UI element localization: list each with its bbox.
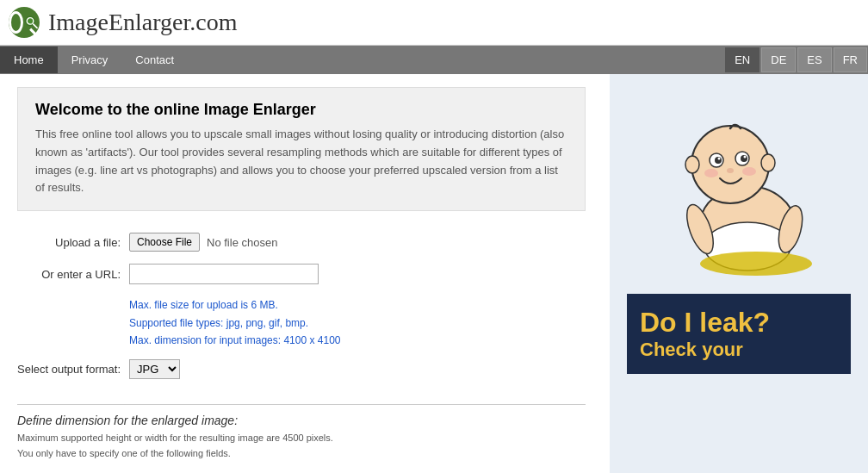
logo-icon — [9, 7, 40, 38]
svg-point-8 — [718, 158, 721, 160]
format-select[interactable]: JPG PNG BMP GIF — [129, 359, 180, 379]
welcome-box: Welcome to the online Image Enlarger Thi… — [17, 87, 586, 211]
url-label: Or enter a URL: — [17, 268, 129, 281]
content-area: Welcome to the online Image Enlarger Thi… — [0, 74, 610, 473]
svg-point-14 — [742, 167, 756, 176]
define-dimension-heading: Define dimension for the enlarged image: — [17, 414, 592, 427]
format-control: JPG PNG BMP GIF — [129, 359, 180, 379]
choose-file-button[interactable]: Choose File — [129, 233, 200, 252]
welcome-body: This free online tool allows you to upsc… — [35, 126, 567, 197]
svg-point-18 — [685, 156, 699, 173]
upload-control: Choose File No file chosen — [129, 233, 277, 252]
svg-point-12 — [727, 168, 734, 173]
upload-label: Upload a file: — [17, 236, 129, 249]
nav-contact[interactable]: Contact — [121, 47, 188, 73]
url-control — [129, 264, 319, 284]
svg-point-5 — [691, 126, 769, 203]
nav-privacy[interactable]: Privacy — [58, 47, 122, 73]
site-title: ImageEnlarger.com — [48, 9, 238, 36]
svg-point-19 — [761, 154, 775, 171]
dimension-info-line1: Maximum supported height or width for th… — [17, 431, 592, 446]
lang-en[interactable]: EN — [725, 47, 760, 72]
baby-illustration — [644, 87, 834, 285]
info-text: Max. file size for upload is 6 MB. Suppo… — [129, 296, 586, 349]
svg-point-13 — [704, 169, 718, 177]
divider — [17, 404, 586, 405]
sidebar: Do I leak? Check your — [610, 74, 868, 473]
no-file-text: No file chosen — [207, 236, 277, 249]
dimension-info-line2: You only have to specify one of the foll… — [17, 446, 592, 462]
welcome-heading: Welcome to the online Image Enlarger — [35, 101, 567, 119]
lang-de[interactable]: DE — [761, 47, 796, 72]
nav-home[interactable]: Home — [0, 47, 58, 73]
dimension-info: Maximum supported height or width for th… — [17, 431, 592, 461]
header: ImageEnlarger.com — [0, 0, 868, 46]
main-content: Welcome to the online Image Enlarger Thi… — [0, 74, 868, 473]
svg-line-2 — [34, 24, 37, 28]
ad-main-text: Do I leak? — [640, 307, 838, 339]
ad-sub-text: Check your — [640, 339, 838, 361]
lang-fr[interactable]: FR — [834, 47, 867, 72]
navigation: Home Privacy Contact EN DE ES FR — [0, 46, 868, 74]
svg-point-11 — [744, 156, 747, 159]
upload-form: Upload a file: Choose File No file chose… — [17, 228, 586, 395]
upload-row: Upload a file: Choose File No file chose… — [17, 233, 586, 252]
format-label: Select output format: — [17, 363, 129, 376]
lang-es[interactable]: ES — [797, 47, 831, 72]
info-line2: Supported file types: jpg, png, gif, bmp… — [129, 314, 586, 332]
info-line3: Max. dimension for input images: 4100 x … — [129, 332, 586, 349]
format-row: Select output format: JPG PNG BMP GIF — [17, 359, 586, 379]
svg-point-17 — [700, 252, 812, 276]
url-row: Or enter a URL: — [17, 264, 586, 284]
url-input[interactable] — [129, 264, 319, 284]
info-line1: Max. file size for upload is 6 MB. — [129, 296, 586, 314]
ad-text-box: Do I leak? Check your — [627, 294, 851, 374]
